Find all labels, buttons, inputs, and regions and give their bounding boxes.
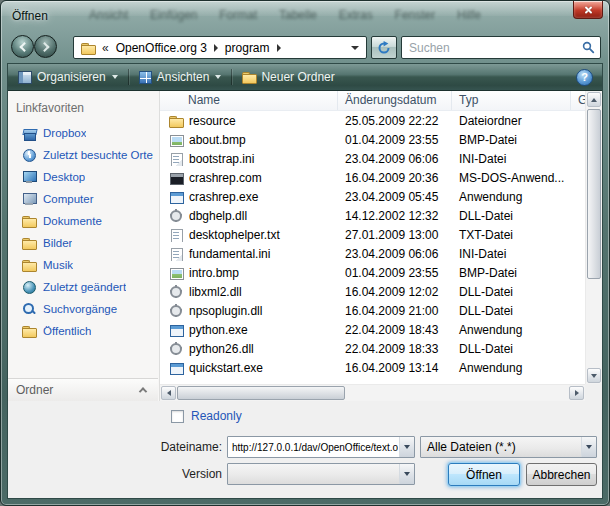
sidebar-item[interactable]: Computer bbox=[8, 188, 159, 210]
search-box[interactable] bbox=[401, 36, 601, 59]
file-row[interactable]: dbghelp.dll 14.12.2002 12:32 DLL-Datei bbox=[160, 206, 585, 225]
horizontal-scroll-thumb[interactable] bbox=[177, 386, 345, 400]
sidebar-item-icon bbox=[22, 258, 36, 272]
close-button[interactable] bbox=[573, 1, 603, 19]
titlebar[interactable]: Ansicht Einfügen Format Tabelle Extras F… bbox=[1, 1, 609, 31]
file-icon bbox=[169, 152, 183, 166]
sidebar-item-label: Desktop bbox=[43, 171, 85, 183]
file-type: Dateiordner bbox=[452, 114, 571, 128]
new-folder-button[interactable]: Neuer Ordner bbox=[232, 64, 344, 90]
scroll-left-button[interactable] bbox=[161, 386, 176, 400]
refresh-button[interactable] bbox=[371, 36, 397, 59]
command-toolbar: Organisieren Ansichten Neuer Ordner ? bbox=[8, 64, 602, 91]
file-name: about.bmp bbox=[189, 133, 246, 147]
file-row[interactable]: crashrep.com 16.04.2009 20:36 MS-DOS-Anw… bbox=[160, 168, 585, 187]
file-name-cell: crashrep.com bbox=[160, 171, 338, 185]
horizontal-scrollbar[interactable] bbox=[160, 384, 585, 401]
file-icon bbox=[169, 342, 183, 356]
file-name-cell: python26.dll bbox=[160, 342, 338, 356]
file-row[interactable]: desktophelper.txt 27.01.2009 13:00 TXT-D… bbox=[160, 225, 585, 244]
organize-icon bbox=[18, 71, 32, 84]
background-menu-item: Fenster bbox=[395, 8, 436, 22]
breadcrumb-item[interactable]: OpenOffice.org 3 bbox=[116, 41, 207, 55]
file-type: Anwendung bbox=[452, 190, 571, 204]
sidebar-item[interactable]: Öffentlich bbox=[8, 320, 159, 342]
readonly-row: Readonly bbox=[171, 409, 242, 423]
sidebar-item[interactable]: Dokumente bbox=[8, 210, 159, 232]
file-row[interactable]: resource 25.05.2009 22:22 Dateiordner bbox=[160, 111, 585, 130]
filetype-dropdown-button[interactable] bbox=[581, 437, 596, 457]
views-button[interactable]: Ansichten bbox=[129, 64, 232, 90]
file-name: dbghelp.dll bbox=[189, 209, 247, 223]
background-menu-item: Tabelle bbox=[279, 8, 317, 22]
file-row[interactable]: fundamental.ini 23.04.2009 06:06 INI-Dat… bbox=[160, 244, 585, 263]
scroll-down-button[interactable] bbox=[587, 368, 601, 383]
file-type: DLL-Datei bbox=[452, 342, 571, 356]
breadcrumb-overflow[interactable]: « bbox=[102, 41, 109, 55]
sidebar-item[interactable]: Zuletzt besuchte Orte bbox=[8, 144, 159, 166]
filename-input[interactable] bbox=[228, 442, 399, 453]
filename-dropdown-button[interactable] bbox=[399, 437, 414, 457]
vertical-scroll-thumb[interactable] bbox=[587, 109, 601, 279]
file-row[interactable]: intro.bmp 01.04.2009 23:55 BMP-Datei bbox=[160, 263, 585, 282]
file-name: crashrep.com bbox=[189, 171, 262, 185]
file-row[interactable]: about.bmp 01.04.2009 23:55 BMP-Datei bbox=[160, 130, 585, 149]
file-row[interactable]: quickstart.exe 16.04.2009 13:14 Anwendun… bbox=[160, 358, 585, 377]
column-header-type[interactable]: Typ bbox=[452, 91, 571, 110]
breadcrumb-dropdown-icon[interactable] bbox=[351, 46, 359, 50]
file-date: 16.04.2009 20:36 bbox=[338, 171, 452, 185]
sidebar-item[interactable]: Bilder bbox=[8, 232, 159, 254]
file-row[interactable]: python26.dll 22.04.2009 18:33 DLL-Datei bbox=[160, 339, 585, 358]
file-row[interactable]: crashrep.exe 23.04.2009 05:45 Anwendung bbox=[160, 187, 585, 206]
file-row[interactable]: python.exe 22.04.2009 18:43 Anwendung bbox=[160, 320, 585, 339]
file-icon bbox=[169, 228, 183, 242]
sidebar-item[interactable]: Musik bbox=[8, 254, 159, 276]
sidebar-item-icon bbox=[22, 148, 36, 162]
organize-button[interactable]: Organisieren bbox=[8, 64, 128, 90]
version-dropdown-button[interactable] bbox=[399, 464, 414, 484]
sidebar-item-label: Zuletzt besuchte Orte bbox=[43, 149, 153, 161]
version-combobox[interactable] bbox=[227, 463, 415, 485]
filetype-combobox[interactable]: Alle Dateien (*.*) bbox=[420, 436, 597, 458]
file-name: desktophelper.txt bbox=[189, 228, 280, 242]
open-button[interactable]: Öffnen bbox=[448, 463, 520, 486]
file-name: python26.dll bbox=[189, 342, 254, 356]
file-type: MS-DOS-Anwend... bbox=[452, 171, 571, 185]
sidebar-item[interactable]: Dropbox bbox=[8, 122, 159, 144]
breadcrumb-separator-icon[interactable] bbox=[277, 44, 281, 52]
file-date: 22.04.2009 18:33 bbox=[338, 342, 452, 356]
file-name: npsoplugin.dll bbox=[189, 304, 262, 318]
sidebar-item[interactable]: Suchvorgänge bbox=[8, 298, 159, 320]
folders-expander[interactable]: Ordner bbox=[8, 378, 158, 401]
column-header-size[interactable]: G bbox=[571, 91, 585, 110]
forward-button[interactable] bbox=[34, 35, 57, 58]
sidebar-item-label: Dropbox bbox=[43, 127, 86, 139]
scroll-right-button[interactable] bbox=[569, 386, 584, 400]
vertical-scrollbar[interactable] bbox=[585, 91, 602, 384]
readonly-checkbox[interactable] bbox=[171, 410, 184, 423]
sidebar-item[interactable]: Desktop bbox=[8, 166, 159, 188]
cancel-button[interactable]: Abbrechen bbox=[526, 463, 597, 486]
file-row[interactable]: libxml2.dll 16.04.2009 12:02 DLL-Datei bbox=[160, 282, 585, 301]
back-button[interactable] bbox=[11, 35, 34, 58]
file-type: Anwendung bbox=[452, 361, 571, 375]
breadcrumb-separator-icon[interactable] bbox=[214, 44, 218, 52]
breadcrumb[interactable]: « OpenOffice.org 3 program bbox=[73, 36, 367, 59]
column-header-date[interactable]: Änderungsdatum bbox=[338, 91, 452, 110]
column-header-name[interactable]: Name bbox=[160, 91, 338, 110]
file-row[interactable]: npsoplugin.dll 16.04.2009 21:00 DLL-Date… bbox=[160, 301, 585, 320]
chevron-down-icon bbox=[112, 75, 118, 79]
file-date: 22.04.2009 18:43 bbox=[338, 323, 452, 337]
file-name-cell: bootstrap.ini bbox=[160, 152, 338, 166]
file-row[interactable]: bootstrap.ini 23.04.2009 06:06 INI-Datei bbox=[160, 149, 585, 168]
sidebar-item[interactable]: Zuletzt geändert bbox=[8, 276, 159, 298]
filename-combobox[interactable] bbox=[227, 436, 415, 458]
scroll-up-button[interactable] bbox=[587, 92, 601, 107]
search-icon[interactable] bbox=[576, 41, 600, 54]
help-button[interactable]: ? bbox=[576, 69, 593, 86]
file-icon bbox=[169, 133, 183, 147]
breadcrumb-item[interactable]: program bbox=[225, 41, 270, 55]
filetype-value: Alle Dateien (*.*) bbox=[421, 440, 581, 454]
file-name: resource bbox=[189, 114, 236, 128]
search-input[interactable] bbox=[402, 41, 576, 55]
